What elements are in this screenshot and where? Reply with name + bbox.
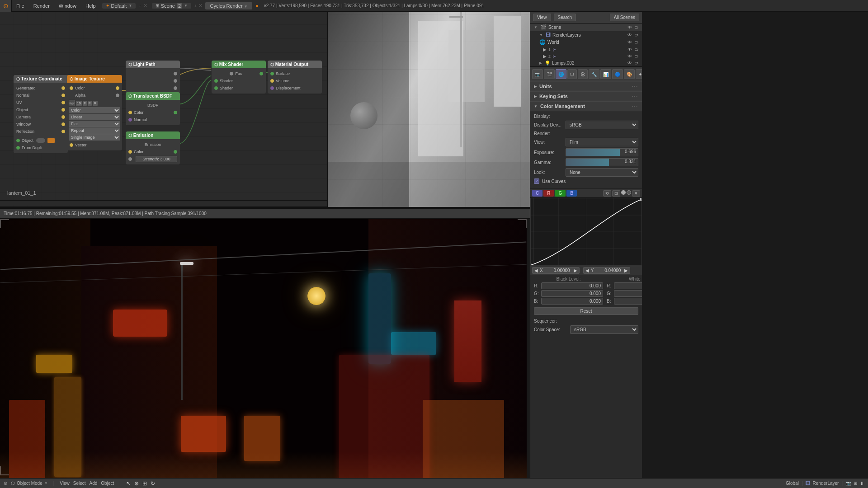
white-b-input[interactable] (614, 298, 642, 305)
white-g-label: G: (607, 291, 612, 296)
mode-selector[interactable]: ⬡ Object Mode ▼ (11, 481, 48, 486)
keying-sets-section-header[interactable]: ▶ Keying Sets ··· (530, 91, 642, 101)
white-b-label: B: (607, 299, 612, 304)
camera-icon[interactable]: 📷 (845, 481, 851, 486)
menu-window[interactable]: Window (54, 1, 81, 10)
exposure-slider[interactable]: 0.696 (566, 148, 638, 156)
search-btn[interactable]: Search (554, 14, 576, 21)
lamps-row[interactable]: ▶ 💡 Lamps.002 👁 ⊃ (530, 60, 642, 66)
node-image-texture[interactable]: ⬡ Image Texture Color Alpha sign 19 F F (67, 75, 122, 150)
img-color-select[interactable]: Color (69, 107, 120, 113)
cursor-icon[interactable]: ↖ (126, 480, 131, 487)
prop-modifier-icon[interactable]: 🔧 (589, 69, 599, 79)
img-image-select[interactable]: Single Image (69, 134, 120, 141)
view-btn[interactable]: View (533, 14, 551, 21)
layer1-row[interactable]: ▶ 1 ⊱ 👁 ⊃ (530, 46, 642, 53)
object-menu[interactable]: Object (101, 481, 114, 486)
render-engine-selector[interactable]: Cycles Render ▼ (205, 2, 252, 9)
scene-row[interactable]: ▼ 🎬 Scene 👁 ⊃ (530, 23, 642, 31)
curve-reset-tool[interactable]: ⟲ (603, 190, 611, 197)
curve-tab-g[interactable]: G (555, 190, 566, 197)
world-row[interactable]: 🌐 World 👁 ⊃ (530, 38, 642, 46)
img-ext-select[interactable]: Repeat (69, 127, 120, 134)
prop-data-icon[interactable]: 📊 (600, 69, 611, 79)
prop-particle-icon[interactable]: ✦ (636, 69, 642, 79)
render-view: (43) Plane.091 (0, 219, 527, 488)
curves-tabs: C R G B ⟲ ⊡ · ✕ (530, 189, 642, 198)
x-coord-input[interactable] (545, 267, 572, 273)
use-curves-checkbox[interactable]: ✓ (534, 178, 539, 184)
scene-tree: ▼ 🎬 Scene 👁 ⊃ ▼ 🎞 RenderLayers 👁 (530, 23, 642, 67)
prop-scene-icon[interactable]: 🎬 (544, 69, 555, 79)
prop-object-icon[interactable]: ⬡ (567, 69, 577, 79)
white-b-row: B: (607, 298, 642, 305)
black-b-row: B: (534, 298, 603, 305)
prop-constraint-icon[interactable]: ⛓ (578, 69, 588, 79)
color-management-section-header[interactable]: ▼ Color Management ··· (530, 101, 642, 111)
prop-texture-icon[interactable]: 🎨 (624, 69, 635, 79)
curve-tab-r[interactable]: R (543, 190, 554, 197)
curve-zoom-tool[interactable]: ⊡ (612, 190, 620, 197)
display-dev-select[interactable]: sRGB (566, 121, 638, 129)
black-r-input[interactable] (541, 282, 603, 289)
render-icon[interactable]: ⊞ (854, 481, 857, 486)
rotate-icon[interactable]: ↻ (151, 480, 155, 487)
viewport-3d[interactable] (328, 12, 530, 207)
black-b-input[interactable] (541, 298, 603, 305)
black-g-input[interactable] (541, 290, 603, 297)
view-select[interactable]: Film (566, 138, 638, 146)
curve-tools: ⟲ ⊡ · ✕ (603, 190, 640, 197)
curves-canvas[interactable] (530, 198, 642, 266)
curve-close-tool[interactable]: ✕ (632, 190, 640, 197)
strength-value[interactable]: Strength: 3.000 (136, 156, 177, 162)
color-space-select[interactable]: sRGB (570, 325, 638, 334)
node-mix-shader[interactable]: ⬡ Mix Shader Fac Shader Shader (212, 61, 266, 94)
curve-tab-b[interactable]: B (566, 190, 577, 197)
view-menu[interactable]: View (60, 481, 70, 486)
keying-sets-label: Keying Sets (539, 94, 568, 99)
y-coord-input[interactable] (595, 267, 623, 273)
layer2-row[interactable]: ▶ 2 ⊱ 👁 ⊃ (530, 53, 642, 60)
render-layers-row[interactable]: ▼ 🎞 RenderLayers 👁 ⊃ (530, 31, 642, 38)
img-proj-select[interactable]: Flat (69, 121, 120, 127)
menu-help[interactable]: Help (81, 1, 100, 10)
node-material-output[interactable]: ⬡ Material Output Surface Volume Displac… (268, 61, 322, 94)
top-row: ⬡ Texture Coordinate Generated Normal UV… (0, 12, 530, 207)
pause-icon[interactable]: ⏸ (860, 481, 864, 486)
img-interp-select[interactable]: Linear (69, 114, 120, 120)
transform-icon[interactable]: ⊕ (134, 480, 139, 487)
node-canvas[interactable]: ⬡ Texture Coordinate Generated Normal UV… (0, 12, 327, 206)
scale-icon[interactable]: ⊞ (142, 480, 147, 487)
prop-render-icon[interactable]: 📷 (532, 69, 543, 79)
use-curves-row[interactable]: ✓ Use Curves (534, 178, 638, 184)
world-label: World (547, 40, 559, 45)
white-r-input[interactable] (614, 282, 642, 289)
units-section-header[interactable]: ▶ Units ··· (530, 81, 642, 91)
global-label[interactable]: Global (786, 481, 799, 486)
scene-selector[interactable]: ⊞ Scene 2 ▼ (152, 3, 191, 9)
all-scenes-btn[interactable]: All Scenes (610, 14, 639, 21)
node-texture-coord[interactable]: ⬡ Texture Coordinate Generated Normal UV… (14, 75, 68, 153)
prop-world-icon[interactable]: 🌐 (556, 69, 566, 79)
gamma-slider[interactable]: 0.831 (566, 158, 638, 166)
select-menu[interactable]: Select (73, 481, 86, 486)
material-label: lantem_01_1 (7, 190, 36, 196)
look-select[interactable]: None (566, 168, 638, 177)
reset-button[interactable]: Reset (534, 307, 638, 315)
layout-selector[interactable]: ✦ Default ▼ (102, 3, 136, 9)
node-light-path[interactable]: ⬡ Light Path (126, 61, 180, 94)
white-r-label: R: (607, 283, 612, 288)
curve-brush-tool[interactable]: · (621, 190, 626, 195)
curve-point-tool[interactable] (627, 190, 631, 195)
sequencer-section: Sequencer: Color Space: sRGB (530, 317, 642, 338)
curve-tab-c[interactable]: C (532, 190, 542, 197)
right-panel: View Search All Scenes ▼ 🎬 Scene 👁 ⊃ (530, 12, 642, 488)
node-emission[interactable]: ⬡ Emission Emission Color Strength: 3.00… (126, 131, 180, 164)
menu-file[interactable]: File (12, 1, 29, 10)
prop-material-icon[interactable]: 🔵 (612, 69, 623, 79)
view-row: View: Film (534, 138, 638, 146)
add-menu[interactable]: Add (90, 481, 98, 486)
menu-render[interactable]: Render (29, 1, 54, 10)
node-translucent-bsdf[interactable]: ⬡ Translucent BSDF BSDF Color Normal (126, 92, 180, 125)
white-g-input[interactable] (614, 290, 642, 297)
